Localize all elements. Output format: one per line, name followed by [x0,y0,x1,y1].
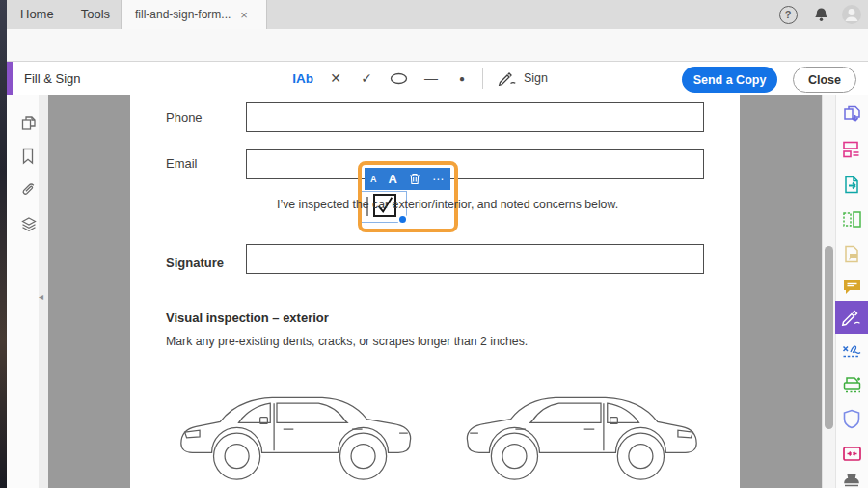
add-text-tool-button[interactable]: IAb [285,66,320,91]
signature-input[interactable] [246,244,704,274]
bookmarks-icon[interactable] [20,148,38,165]
tab-tools[interactable]: Tools [68,0,123,29]
tool-compress-pdf-icon[interactable] [835,437,868,470]
sign-label: Sign [524,71,548,85]
tool-combine-files-icon[interactable] [835,133,868,166]
fill-sign-title: Fill & Sign [24,62,81,95]
sign-button[interactable]: Sign [494,66,552,91]
tool-protect-icon[interactable] [835,402,868,435]
collapse-pane-icon[interactable]: ◂ [39,291,43,302]
avatar[interactable] [840,3,863,26]
tool-fill-and-sign-icon[interactable] [835,301,868,334]
tab-bar: Home Tools fill-and-sign-form... × ? [7,0,868,30]
page-thumbnails-icon[interactable] [20,114,38,131]
fill-sign-divider [482,68,483,89]
tab-document-label: fill-and-sign-form... [122,8,231,21]
attachments-icon[interactable] [20,181,38,199]
close-button[interactable]: Close [793,67,856,93]
fill-sign-accent [7,62,13,95]
dot-tool-button[interactable]: ● [453,66,471,91]
scrollbar-thumb[interactable] [825,246,833,429]
layers-icon[interactable] [20,216,38,233]
send-a-copy-button[interactable]: Send a Copy [682,67,777,93]
check-tool-button[interactable]: ✓ [357,66,376,91]
tool-request-signatures-icon[interactable] [835,335,868,367]
highlight-callout [358,161,458,232]
line-tool-button[interactable]: — [420,66,442,91]
phone-input[interactable] [246,102,704,132]
tab-home[interactable]: Home [7,0,68,29]
cross-tool-button[interactable]: ✕ [326,66,345,91]
help-icon[interactable]: ? [777,4,799,25]
checkbox-label: I’ve inspected the car exterior/interior… [277,198,618,211]
circle-tool-button[interactable] [388,66,409,91]
email-label: Email [166,156,198,171]
desktop-background [0,0,7,488]
tool-export-pdf-icon[interactable] [835,168,868,201]
car-diagram-right [446,384,706,484]
car-diagram-left [172,384,432,484]
tab-document[interactable]: fill-and-sign-form... × [121,0,267,29]
left-navigation-pane [7,95,40,488]
tool-comment-icon[interactable] [835,270,868,303]
help-glyph: ? [779,6,798,24]
bell-icon[interactable] [810,4,831,25]
tool-send-for-comments-icon[interactable] [835,237,868,270]
email-input[interactable] [246,149,704,179]
phone-label: Phone [166,110,203,124]
signature-label: Signature [166,256,224,270]
main-toolbar: / 1 88.8% ▾ ▾ Share [7,29,868,62]
close-tab-icon[interactable]: × [240,8,248,22]
tool-organize-pages-icon[interactable] [835,203,868,235]
section-title: Visual inspection – exterior [166,311,329,325]
section-instruction: Mark any pre-existing dents, cracks, or … [166,335,528,348]
sign-pen-icon [498,70,518,86]
pane-collapse-strip[interactable]: ◂ [39,95,48,488]
pdf-page: Phone Email A A ⋯ I’ve inspected the car… [130,95,740,488]
oval-icon [390,72,408,85]
tool-create-pdf-icon[interactable] [835,97,868,130]
tool-scan-ocr-icon[interactable] [835,368,868,401]
tool-stamp-icon[interactable] [835,472,868,488]
